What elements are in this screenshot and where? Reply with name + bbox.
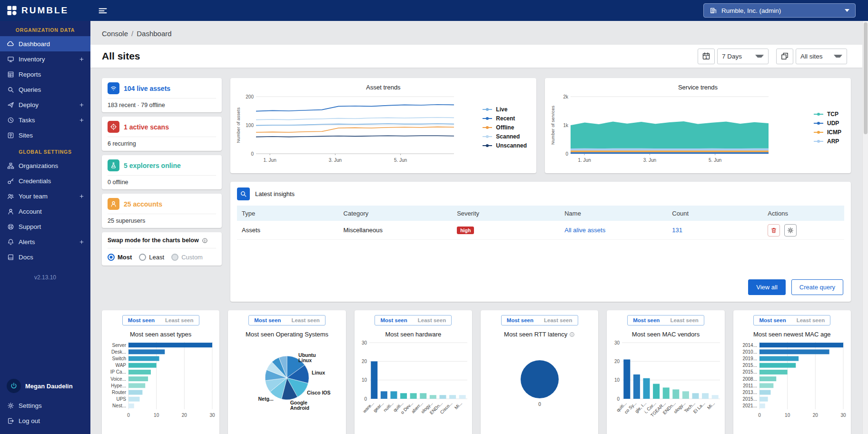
rumble-logo-icon (7, 5, 17, 16)
radio-dot[interactable] (139, 254, 146, 261)
svg-text:0: 0 (251, 151, 254, 157)
active-scans-card[interactable]: 1 active scans 6 recurring (102, 117, 222, 151)
explorers-online-count[interactable]: 5 explorers online (124, 162, 181, 169)
sidebar-item-alerts[interactable]: Alerts (0, 234, 90, 249)
page-header: All sites 1 7 Days All sites (90, 45, 868, 68)
least-seen-tab[interactable]: Least seen (286, 316, 325, 325)
svg-text:1k: 1k (563, 123, 569, 128)
most-seen-tab[interactable]: Most seen (754, 316, 791, 325)
sidebar-item-dashboard[interactable]: Dashboard (0, 36, 90, 51)
svg-text:IP Ca...: IP Ca... (110, 369, 126, 375)
configure-button[interactable] (784, 224, 797, 237)
severity-badge: high (457, 227, 474, 234)
swap-mode-options: Most Least Custom (108, 248, 216, 261)
user-menu[interactable]: Megan Daudelin (0, 375, 90, 398)
most-least-toggle[interactable]: Most seen Least seen (248, 315, 326, 326)
chart-title: Most seen Operating Systems (246, 331, 328, 338)
sidebar-item-reports[interactable]: Reports (0, 67, 90, 82)
radio-custom[interactable]: Custom (171, 254, 203, 261)
most-least-toggle[interactable]: Most seen Least seen (375, 315, 452, 326)
most-least-toggle[interactable]: Most seen Least seen (753, 315, 830, 326)
sidebar-item-docs[interactable]: Docs (0, 249, 90, 265)
active-scans-count[interactable]: 1 active scans (124, 123, 169, 131)
sidebar: ORGANIZATION DATA Dashboard Inventory Re… (0, 21, 90, 434)
insight-count-link[interactable]: 131 (672, 227, 768, 234)
least-seen-tab[interactable]: Least seen (791, 316, 830, 325)
site-filter-select[interactable]: All sites (796, 49, 847, 64)
most-least-toggle[interactable]: Most seen Least seen (627, 315, 704, 326)
operating-systems-chart: UbuntuLinuxLinuxCisco IOSGoogleAndroidNe… (230, 339, 344, 434)
explorers-online-card[interactable]: 5 explorers online 0 offline (102, 155, 222, 189)
vertical-scrollbar[interactable] (862, 21, 868, 434)
most-seen-tab[interactable]: Most seen (502, 316, 539, 325)
svg-text:2010...: 2010... (743, 349, 758, 355)
rtt-latency-chart: 0 (483, 339, 597, 434)
calendar-icon-button[interactable]: 1 (698, 49, 715, 64)
mac-vendors-chart: 0102030quiti...co Sy...gle, I...i, Cor..… (609, 339, 723, 419)
plus-icon[interactable] (79, 102, 84, 108)
accounts-count[interactable]: 25 accounts (124, 200, 162, 208)
svg-text:Desk...: Desk... (111, 349, 126, 355)
sidebar-item-tasks[interactable]: Tasks (0, 112, 90, 128)
sidebar-item-logout[interactable]: Log out (0, 413, 90, 428)
organization-selector[interactable]: Rumble, Inc. (admin) (703, 3, 856, 18)
plus-icon[interactable] (79, 118, 84, 123)
asset-trends-card: Asset trends 01002001. Jun3. Jun5. JunNu… (230, 78, 536, 173)
sites-icon-button[interactable] (776, 49, 793, 64)
sidebar-item-your-team[interactable]: Your team (0, 188, 90, 204)
most-seen-tab[interactable]: Most seen (249, 316, 286, 325)
person-icon (7, 208, 14, 215)
most-least-toggle[interactable]: Most seen Least seen (501, 315, 578, 326)
sidebar-item-settings[interactable]: Settings (0, 398, 90, 413)
insight-name-link[interactable]: All alive assets (564, 227, 672, 234)
sidebar-item-sites[interactable]: Sites (0, 128, 90, 143)
accounts-card[interactable]: 25 accounts 25 superusers (102, 194, 222, 228)
svg-text:Mi...: Mi... (706, 401, 716, 410)
radio-dot[interactable] (108, 254, 115, 261)
asset-types-chart: 0102030ServerDesk...SwitchWAPIP Ca...Voi… (104, 339, 218, 419)
plus-icon[interactable] (79, 194, 84, 199)
date-range-select[interactable]: 7 Days (717, 49, 769, 64)
least-seen-tab[interactable]: Least seen (413, 316, 451, 325)
chart-title: Most seen newest MAC age (753, 331, 831, 338)
svg-text:Linux: Linux (312, 370, 325, 375)
map-icon (7, 132, 14, 139)
breadcrumb-console[interactable]: Console (102, 30, 128, 38)
svg-text:Nest...: Nest... (112, 403, 126, 408)
sidebar-item-credentials[interactable]: Credentials (0, 173, 90, 188)
least-seen-tab[interactable]: Least seen (665, 316, 703, 325)
monitor-icon (7, 56, 14, 63)
hardware-card: Most seen Least seen Most seen hardware … (355, 310, 472, 434)
sidebar-item-organizations[interactable]: Organizations (0, 158, 90, 173)
radio-dot[interactable] (171, 254, 178, 261)
least-seen-tab[interactable]: Least seen (160, 316, 198, 325)
live-assets-card[interactable]: 104 live assets 183 recent · 79 offline (102, 78, 222, 112)
radio-least[interactable]: Least (139, 254, 164, 261)
sidebar-item-queries[interactable]: Queries (0, 82, 90, 97)
hardware-chart: 0102030ware...gear...nuiti...quiti...o D… (356, 339, 470, 419)
svg-text:3. Jun: 3. Jun (329, 158, 342, 163)
sidebar-item-account[interactable]: Account (0, 204, 90, 219)
svg-text:Voice...: Voice... (110, 376, 126, 382)
sidebar-item-deploy[interactable]: Deploy (0, 97, 90, 112)
svg-text:10: 10 (154, 413, 159, 418)
most-seen-tab[interactable]: Most seen (123, 316, 160, 325)
plus-icon[interactable] (79, 239, 84, 245)
create-query-button[interactable]: Create query (791, 279, 843, 295)
view-all-button[interactable]: View all (748, 279, 786, 295)
sidebar-item-support[interactable]: Support (0, 219, 90, 234)
scrollbar-thumb[interactable] (864, 22, 868, 134)
chevron-down-icon (834, 55, 842, 58)
live-assets-count[interactable]: 104 live assets (124, 85, 170, 92)
service-trends-card: Service trends 01k2k1. Jun3. Jun5. JunNu… (545, 78, 851, 173)
plus-icon[interactable] (79, 57, 84, 62)
menu-toggle-icon[interactable] (98, 6, 108, 15)
most-least-toggle[interactable]: Most seen Least seen (122, 315, 199, 326)
sidebar-item-inventory[interactable]: Inventory (0, 51, 90, 67)
most-seen-tab[interactable]: Most seen (628, 316, 665, 325)
most-seen-tab[interactable]: Most seen (375, 316, 412, 325)
power-icon (10, 382, 18, 390)
least-seen-tab[interactable]: Least seen (539, 316, 577, 325)
delete-button[interactable] (768, 224, 780, 237)
radio-most[interactable]: Most (108, 254, 132, 261)
